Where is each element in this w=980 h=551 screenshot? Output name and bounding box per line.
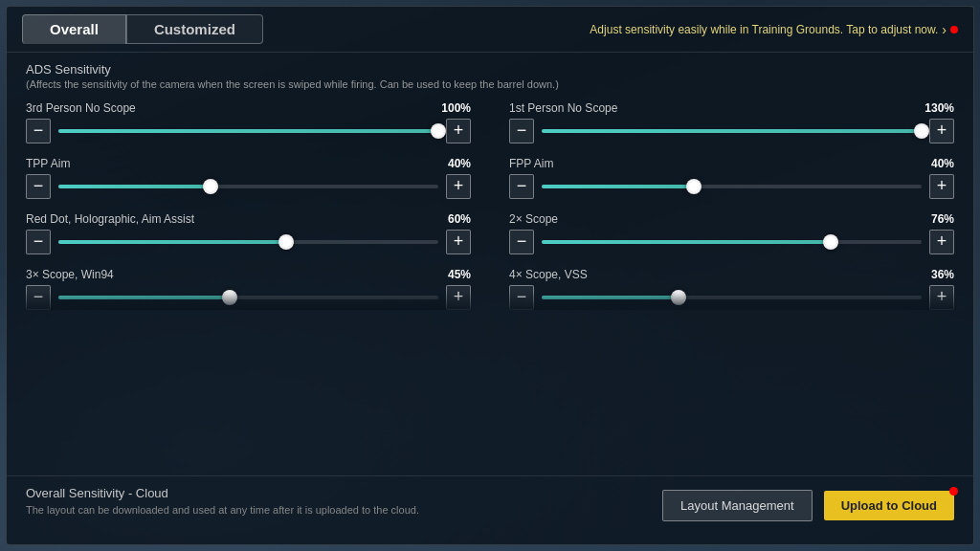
sliders-grid: 3rd Person No Scope 100% − + 1st Person … [26, 101, 954, 323]
slider-decrease-button[interactable]: − [509, 174, 534, 199]
slider-increase-button[interactable]: + [929, 174, 954, 199]
slider-label-row: TPP Aim 40% [26, 157, 471, 170]
slider-track-wrap[interactable] [58, 119, 438, 143]
slider-decrease-button[interactable]: − [26, 119, 51, 143]
slider-row: TPP Aim 40% − + [26, 157, 471, 199]
slider-decrease-button[interactable]: − [26, 174, 51, 199]
slider-controls: − + [26, 285, 471, 310]
slider-track-wrap[interactable] [58, 174, 438, 199]
slider-increase-button[interactable]: + [446, 119, 471, 143]
slider-thumb [671, 290, 686, 305]
slider-track [58, 129, 438, 133]
slider-track [542, 185, 922, 188]
slider-label: FPP Aim [509, 157, 553, 170]
slider-label-row: 2× Scope 76% [509, 212, 954, 226]
tabs: Overall Customized [22, 14, 263, 44]
slider-track [542, 296, 922, 299]
slider-row: 3× Scope, Win94 45% − + [26, 268, 471, 310]
slider-controls: − + [509, 174, 954, 199]
upload-red-dot [949, 487, 958, 496]
slider-label-row: Red Dot, Holographic, Aim Assist 60% [26, 212, 471, 226]
header-notice[interactable]: Adjust sensitivity easily while in Train… [590, 22, 958, 37]
tab-customized[interactable]: Customized [126, 14, 263, 44]
slider-controls: − + [26, 174, 471, 199]
notice-arrow: › [942, 22, 947, 37]
slider-fill [542, 185, 694, 188]
slider-label-row: 3rd Person No Scope 100% [26, 101, 471, 115]
slider-track-wrap[interactable] [58, 285, 438, 310]
slider-track-wrap[interactable] [58, 230, 438, 254]
slider-label: 3rd Person No Scope [26, 101, 136, 115]
slider-decrease-button[interactable]: − [509, 119, 534, 143]
slider-decrease-button[interactable]: − [509, 230, 534, 254]
section-desc: (Affects the sensitivity of the camera w… [26, 78, 954, 90]
slider-controls: − + [509, 119, 954, 143]
slider-row: 4× Scope, VSS 36% − + [509, 268, 954, 310]
slider-label: 2× Scope [509, 212, 558, 226]
slider-value: 40% [448, 157, 471, 170]
slider-track-wrap[interactable] [542, 119, 922, 143]
slider-row: FPP Aim 40% − + [509, 157, 954, 199]
footer-buttons: Layout Management Upload to Cloud [662, 490, 954, 521]
footer-desc: The layout can be downloaded and used at… [26, 503, 504, 518]
slider-value: 130% [924, 101, 954, 115]
footer: Overall Sensitivity - Cloud The layout c… [7, 475, 973, 544]
slider-value: 40% [931, 157, 954, 170]
slider-track [58, 240, 438, 244]
slider-thumb [222, 290, 237, 305]
slider-thumb [914, 123, 929, 139]
slider-value: 76% [931, 212, 954, 226]
upload-to-cloud-button[interactable]: Upload to Cloud [824, 491, 954, 520]
slider-label: TPP Aim [26, 157, 70, 170]
slider-increase-button[interactable]: + [929, 285, 954, 310]
slider-track [542, 129, 922, 133]
slider-fill [58, 129, 438, 133]
slider-controls: − + [26, 119, 471, 143]
slider-thumb [203, 179, 218, 194]
slider-value: 45% [448, 268, 471, 281]
slider-fill [58, 296, 230, 299]
slider-label: 4× Scope, VSS [509, 268, 588, 281]
content-area: ADS Sensitivity (Affects the sensitivity… [7, 53, 973, 475]
slider-row: 2× Scope 76% − + [509, 212, 954, 254]
notice-red-dot [950, 26, 958, 33]
slider-label-row: 1st Person No Scope 130% [509, 101, 954, 115]
slider-label: Red Dot, Holographic, Aim Assist [26, 212, 194, 226]
slider-track-wrap[interactable] [542, 174, 922, 199]
slider-increase-button[interactable]: + [446, 285, 471, 310]
slider-track [58, 185, 438, 188]
slider-track-wrap[interactable] [542, 285, 922, 310]
layout-management-button[interactable]: Layout Management [662, 490, 813, 521]
slider-controls: − + [509, 230, 954, 254]
slider-fill [542, 240, 831, 244]
slider-decrease-button[interactable]: − [509, 285, 534, 310]
slider-thumb [278, 234, 294, 250]
slider-fill [58, 185, 211, 188]
slider-fill [542, 129, 922, 133]
slider-label: 1st Person No Scope [509, 101, 617, 115]
header: Overall Customized Adjust sensitivity ea… [7, 7, 973, 53]
section-title: ADS Sensitivity [26, 62, 954, 77]
slider-value: 60% [448, 212, 471, 226]
slider-label-row: FPP Aim 40% [509, 157, 954, 170]
slider-fill [542, 296, 679, 299]
slider-label-row: 3× Scope, Win94 45% [26, 268, 471, 281]
footer-info: Overall Sensitivity - Cloud The layout c… [26, 486, 662, 518]
tab-overall[interactable]: Overall [22, 14, 126, 44]
slider-row: 1st Person No Scope 130% − + [509, 101, 954, 143]
slider-increase-button[interactable]: + [446, 174, 471, 199]
slider-controls: − + [509, 285, 954, 310]
slider-increase-button[interactable]: + [929, 230, 954, 254]
slider-increase-button[interactable]: + [446, 230, 471, 254]
slider-increase-button[interactable]: + [929, 119, 954, 143]
slider-thumb [686, 179, 702, 194]
slider-value: 36% [931, 268, 954, 281]
slider-label: 3× Scope, Win94 [26, 268, 114, 281]
slider-row: 3rd Person No Scope 100% − + [26, 101, 471, 143]
slider-fill [58, 240, 286, 244]
slider-thumb [823, 234, 838, 250]
slider-track-wrap[interactable] [542, 230, 922, 254]
slider-label-row: 4× Scope, VSS 36% [509, 268, 954, 281]
slider-decrease-button[interactable]: − [26, 230, 51, 254]
slider-decrease-button[interactable]: − [26, 285, 51, 310]
